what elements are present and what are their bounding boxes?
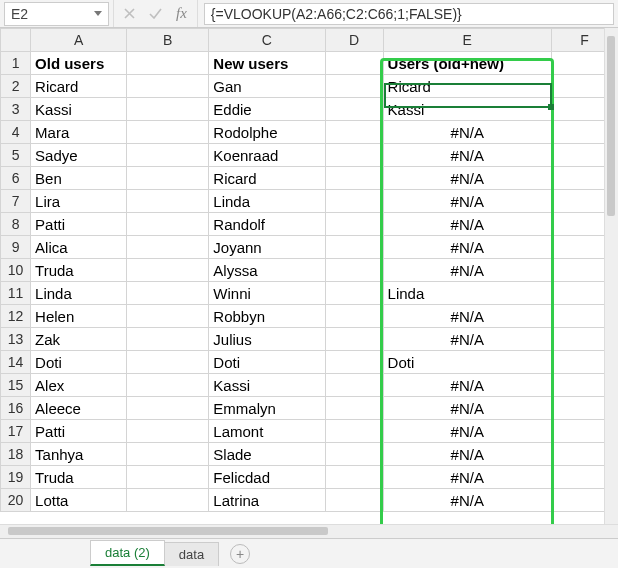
cell[interactable] (127, 75, 209, 98)
cell[interactable] (325, 259, 383, 282)
cell[interactable] (127, 190, 209, 213)
cell[interactable]: Gan (209, 75, 325, 98)
cell[interactable] (325, 374, 383, 397)
cell[interactable]: #N/A (383, 236, 551, 259)
cell[interactable]: Doti (31, 351, 127, 374)
cell[interactable] (127, 52, 209, 75)
cell[interactable]: Linda (31, 282, 127, 305)
cell[interactable] (127, 466, 209, 489)
cell[interactable]: Kassi (383, 98, 551, 121)
cell[interactable]: Latrina (209, 489, 325, 512)
col-header-C[interactable]: C (209, 29, 325, 52)
cell[interactable]: #N/A (383, 420, 551, 443)
cell[interactable] (127, 121, 209, 144)
cell[interactable]: Winni (209, 282, 325, 305)
sheet-tab[interactable]: data (164, 542, 219, 566)
cell[interactable]: #N/A (383, 443, 551, 466)
cell[interactable]: Truda (31, 466, 127, 489)
cell[interactable] (325, 167, 383, 190)
cell[interactable] (325, 52, 383, 75)
cell[interactable] (127, 489, 209, 512)
cell[interactable]: #N/A (383, 190, 551, 213)
cell[interactable] (325, 144, 383, 167)
row-header[interactable]: 3 (1, 98, 31, 121)
horizontal-scrollbar[interactable] (0, 524, 618, 538)
cell[interactable] (127, 328, 209, 351)
col-header-D[interactable]: D (325, 29, 383, 52)
formula-input[interactable]: {=VLOOKUP(A2:A66;C2:C66;1;FALSE)} (204, 3, 614, 25)
cell[interactable] (325, 190, 383, 213)
chevron-down-icon[interactable] (94, 11, 102, 16)
cell[interactable] (325, 420, 383, 443)
cell[interactable]: #N/A (383, 374, 551, 397)
row-header[interactable]: 15 (1, 374, 31, 397)
cancel-icon[interactable] (124, 8, 135, 19)
row-header[interactable]: 10 (1, 259, 31, 282)
vertical-scrollbar[interactable] (604, 28, 618, 538)
cell[interactable]: Aleece (31, 397, 127, 420)
row-header[interactable]: 7 (1, 190, 31, 213)
cell[interactable]: Randolf (209, 213, 325, 236)
cell[interactable]: Old users (31, 52, 127, 75)
cell[interactable]: Users (old+new) (383, 52, 551, 75)
cell[interactable]: #N/A (383, 259, 551, 282)
cell[interactable]: #N/A (383, 328, 551, 351)
cell[interactable]: Linda (209, 190, 325, 213)
cell[interactable]: Truda (31, 259, 127, 282)
cell[interactable] (325, 466, 383, 489)
row-header[interactable]: 16 (1, 397, 31, 420)
cell[interactable] (127, 374, 209, 397)
cell[interactable]: Felicdad (209, 466, 325, 489)
row-header[interactable]: 9 (1, 236, 31, 259)
row-header[interactable]: 13 (1, 328, 31, 351)
cell[interactable]: Ricard (209, 167, 325, 190)
enter-icon[interactable] (149, 8, 162, 19)
col-header-A[interactable]: A (31, 29, 127, 52)
row-header[interactable]: 4 (1, 121, 31, 144)
cell[interactable]: Robbyn (209, 305, 325, 328)
cell[interactable]: Sadye (31, 144, 127, 167)
cell[interactable] (325, 236, 383, 259)
cell[interactable] (127, 213, 209, 236)
row-header[interactable]: 6 (1, 167, 31, 190)
cell[interactable]: New users (209, 52, 325, 75)
cell[interactable]: Doti (209, 351, 325, 374)
col-header-B[interactable]: B (127, 29, 209, 52)
cell[interactable]: Doti (383, 351, 551, 374)
row-header[interactable]: 5 (1, 144, 31, 167)
row-header[interactable]: 2 (1, 75, 31, 98)
cell[interactable] (325, 443, 383, 466)
row-header[interactable]: 12 (1, 305, 31, 328)
cell[interactable]: #N/A (383, 213, 551, 236)
cell[interactable]: Patti (31, 213, 127, 236)
select-all-corner[interactable] (1, 29, 31, 52)
cell[interactable] (127, 351, 209, 374)
scrollbar-thumb[interactable] (8, 527, 328, 535)
cell[interactable]: Helen (31, 305, 127, 328)
cell[interactable]: Ricard (31, 75, 127, 98)
cell[interactable] (127, 98, 209, 121)
cell[interactable]: Julius (209, 328, 325, 351)
cell[interactable] (127, 236, 209, 259)
cell[interactable] (325, 351, 383, 374)
cell[interactable]: Alyssa (209, 259, 325, 282)
cell[interactable]: Tanhya (31, 443, 127, 466)
cell[interactable] (325, 282, 383, 305)
row-header[interactable]: 8 (1, 213, 31, 236)
cell[interactable]: Koenraad (209, 144, 325, 167)
cell[interactable] (127, 167, 209, 190)
scrollbar-thumb[interactable] (607, 36, 615, 216)
name-box[interactable]: E2 (4, 2, 109, 26)
cell[interactable]: Alex (31, 374, 127, 397)
cell[interactable]: Ben (31, 167, 127, 190)
cell[interactable]: Patti (31, 420, 127, 443)
cell[interactable] (127, 420, 209, 443)
cell[interactable]: Alica (31, 236, 127, 259)
cell[interactable] (325, 489, 383, 512)
row-header[interactable]: 19 (1, 466, 31, 489)
cell[interactable] (325, 98, 383, 121)
cell[interactable] (127, 443, 209, 466)
col-header-E[interactable]: E (383, 29, 551, 52)
cell[interactable]: Ricard (383, 75, 551, 98)
cell[interactable] (127, 144, 209, 167)
